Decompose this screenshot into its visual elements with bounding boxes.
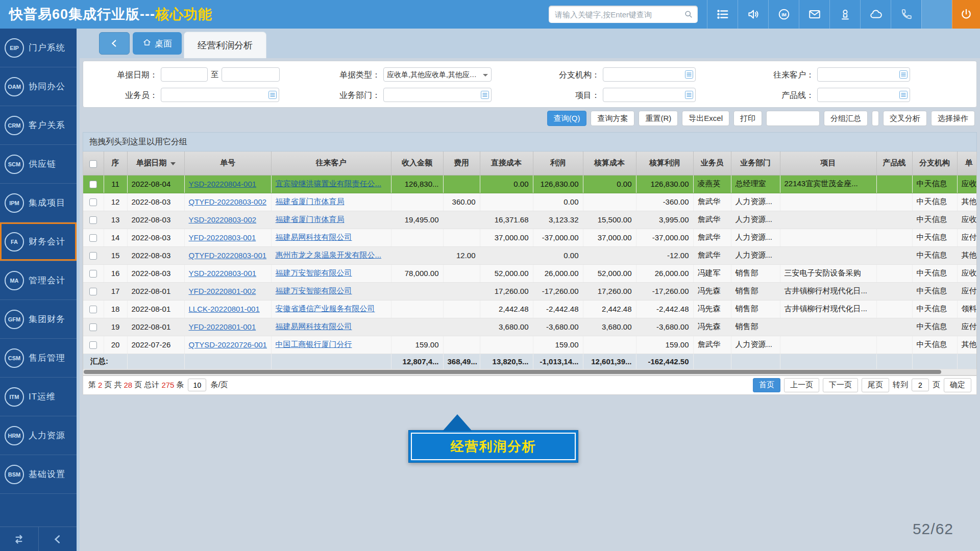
doc-number-link[interactable]: YFD-20220801-002: [189, 287, 256, 295]
customer-link[interactable]: 福建万安智能有限公司: [276, 268, 352, 277]
sidebar-item-itm[interactable]: ITMIT运维: [0, 378, 77, 416]
lookup-icon[interactable]: [899, 70, 908, 79]
doc-number-link[interactable]: QTYSD-20220726-001: [189, 340, 267, 349]
table-row[interactable]: 192022-08-01YFD-20220801-001福建易网科技有限公司3,…: [83, 318, 977, 336]
lookup-input[interactable]: [817, 88, 910, 102]
toolbar-button-导出Excel[interactable]: 导出Excel: [682, 111, 729, 126]
lookup-input[interactable]: [383, 88, 492, 102]
lookup-icon[interactable]: [268, 91, 277, 99]
search-icon[interactable]: [683, 9, 694, 19]
table-row[interactable]: 172022-08-01YFD-20220801-002福建万安智能有限公司17…: [83, 282, 977, 300]
table-row[interactable]: 112022-08-04YSD-20220804-001宜宾骏继洪骧置业有限责任…: [83, 175, 977, 193]
toolbar-button-打印[interactable]: 打印: [733, 111, 762, 126]
list-icon[interactable]: [707, 0, 738, 29]
phone-icon[interactable]: [891, 0, 921, 29]
column-header-业务部门[interactable]: 业务部门: [731, 152, 780, 175]
row-checkbox[interactable]: [89, 270, 97, 278]
toolbar-button-交叉分析[interactable]: 交叉分析: [883, 111, 927, 126]
toolbar-button-查询(Q)[interactable]: 查询(Q): [547, 111, 587, 126]
lookup-icon[interactable]: [481, 91, 489, 99]
row-checkbox[interactable]: [89, 341, 97, 349]
toolbar-button-查询方案[interactable]: 查询方案: [591, 111, 634, 126]
column-header-单据日期[interactable]: 单据日期: [127, 152, 184, 175]
column-header-分支机构[interactable]: 分支机构: [912, 152, 957, 175]
customer-link[interactable]: 福建易网科技有限公司: [276, 322, 352, 331]
pager-button-首页[interactable]: 首页: [753, 378, 780, 392]
row-checkbox[interactable]: [89, 306, 97, 313]
date-from-input[interactable]: [161, 67, 208, 82]
column-header-单号[interactable]: 单号: [184, 152, 271, 175]
group-by-bar[interactable]: 拖拽列头到这里以用它分组: [83, 132, 977, 152]
row-checkbox[interactable]: [89, 181, 97, 188]
doc-number-link[interactable]: QTYFD-20220803-002: [189, 197, 267, 206]
lookup-input[interactable]: [817, 67, 910, 82]
lookup-input[interactable]: [603, 67, 696, 82]
toolbar-blank-button[interactable]: [766, 111, 820, 126]
doc-number-link[interactable]: YFD-20220803-001: [189, 233, 256, 242]
column-header-利润[interactable]: 利润: [533, 152, 583, 175]
column-header-序[interactable]: 序: [104, 152, 127, 175]
sidebar-item-oam[interactable]: OAM协同办公: [0, 67, 77, 106]
horizontal-scrollbar[interactable]: [83, 369, 977, 375]
customer-link[interactable]: 中国工商银行厦门分行: [276, 340, 352, 348]
lookup-icon[interactable]: [899, 91, 908, 99]
table-row[interactable]: 142022-08-03YFD-20220803-001福建易网科技有限公司37…: [83, 229, 977, 246]
table-row[interactable]: 182022-08-01LLCK-20220801-001安徽省通信产业服务有限…: [83, 300, 977, 318]
cloud-icon[interactable]: [860, 0, 891, 29]
pager-button-上一页[interactable]: 上一页: [784, 378, 819, 392]
table-row[interactable]: 162022-08-03YSD-20220803-001福建万安智能有限公司78…: [83, 264, 977, 282]
toolbar-button-选择操作[interactable]: 选择操作: [931, 111, 975, 126]
search-input[interactable]: [554, 10, 683, 19]
tab-back-button[interactable]: [99, 32, 130, 55]
customer-link[interactable]: 福建省厦门市体育局: [276, 215, 345, 223]
row-checkbox[interactable]: [89, 216, 97, 224]
sidebar-item-ipm[interactable]: IPM集成项目: [0, 184, 77, 222]
doc-number-link[interactable]: YFD-20220801-001: [189, 322, 256, 331]
column-header-核算利润[interactable]: 核算利润: [636, 152, 693, 175]
mail-icon[interactable]: [799, 0, 829, 29]
customer-link[interactable]: 福建省厦门市体育局: [276, 197, 345, 206]
column-header-项目[interactable]: 项目: [780, 152, 876, 175]
doc-number-link[interactable]: YSD-20220804-001: [189, 180, 257, 188]
doc-number-link[interactable]: YSD-20220803-001: [189, 269, 257, 278]
customer-link[interactable]: 惠州市龙之泉温泉开发有限公...: [276, 251, 382, 259]
goto-page-input[interactable]: [912, 379, 929, 391]
lookup-icon[interactable]: [685, 70, 693, 79]
pager-button-尾页[interactable]: 尾页: [862, 378, 889, 392]
sidebar-item-crm[interactable]: CRM客户关系: [0, 106, 77, 145]
column-header-核算成本[interactable]: 核算成本: [583, 152, 636, 175]
tab-desktop[interactable]: 桌面: [133, 32, 182, 55]
select-all-checkbox[interactable]: [89, 160, 97, 168]
doc-number-link[interactable]: YSD-20220803-002: [189, 215, 257, 224]
column-header-往来客户[interactable]: 往来客户: [271, 152, 391, 175]
toolbar-blank-button[interactable]: [872, 111, 879, 126]
table-row[interactable]: 152022-08-03QTYFD-20220803-001惠州市龙之泉温泉开发…: [83, 246, 977, 264]
column-header-业务员[interactable]: 业务员: [693, 152, 731, 175]
sidebar-item-eip[interactable]: EIP门户系统: [0, 29, 77, 67]
pager-button-下一页[interactable]: 下一页: [823, 378, 858, 392]
sidebar-item-scm[interactable]: SCM供应链: [0, 145, 77, 184]
collapse-left-icon[interactable]: [38, 527, 77, 551]
customer-link[interactable]: 福建易网科技有限公司: [276, 233, 352, 241]
row-checkbox[interactable]: [89, 234, 97, 242]
table-row[interactable]: 202022-07-26QTYSD-20220726-001中国工商银行厦门分行…: [83, 336, 977, 354]
row-checkbox[interactable]: [89, 252, 97, 260]
column-header-单[interactable]: 单: [957, 152, 977, 175]
page-size-input[interactable]: [188, 379, 206, 391]
row-checkbox[interactable]: [89, 288, 97, 295]
sidebar-item-fa[interactable]: FA财务会计: [0, 222, 77, 261]
sidebar-item-csm[interactable]: CSM售后管理: [0, 339, 77, 378]
customer-link[interactable]: 福建万安智能有限公司: [276, 286, 352, 295]
column-header-产品线[interactable]: 产品线: [876, 152, 912, 175]
date-to-input[interactable]: [222, 67, 280, 82]
power-icon[interactable]: [952, 0, 980, 29]
customer-link[interactable]: 宜宾骏继洪骧置业有限责任公...: [276, 179, 382, 188]
sidebar-item-hrm[interactable]: HRM人力资源: [0, 416, 77, 455]
swap-icon[interactable]: [0, 527, 38, 551]
lookup-icon[interactable]: [685, 91, 693, 99]
customer-link[interactable]: 安徽省通信产业服务有限公司: [276, 304, 375, 313]
speaker-icon[interactable]: [738, 0, 768, 29]
lookup-input[interactable]: [603, 88, 696, 102]
doc-number-link[interactable]: LLCK-20220801-001: [189, 305, 260, 313]
sidebar-item-gfm[interactable]: GFM集团财务: [0, 300, 77, 339]
